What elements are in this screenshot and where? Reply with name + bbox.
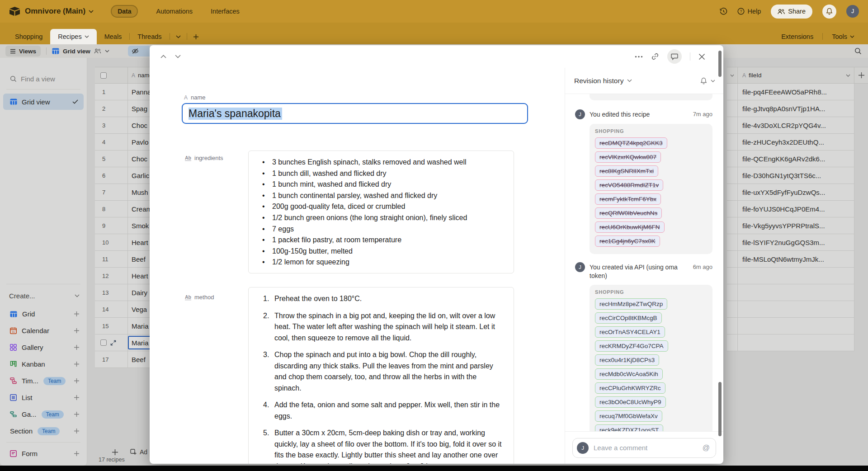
next-record-button[interactable]: [172, 51, 183, 62]
added-record-pill[interactable]: rec3bO0eC8UcWhyP9: [595, 396, 666, 408]
ingredient-item: 1 bunch mint, washed and flicked dry: [256, 179, 505, 190]
tab-meals[interactable]: Meals: [97, 29, 130, 44]
table-tab-bar: Shopping Recipes Meals Threads Extension…: [0, 23, 868, 44]
removed-record-pill[interactable]: recmFyktkTcmF6Ybx: [595, 193, 661, 205]
nav-data[interactable]: Data: [111, 5, 138, 18]
ingredient-item: 1 packet filo pastry, at room temperatur…: [256, 235, 505, 246]
mention-icon[interactable]: @: [703, 444, 710, 452]
ingredient-item: 1/2 bunch green onions (the long straigh…: [256, 212, 505, 224]
ingredient-item: 100g-150g butter, melted: [256, 246, 505, 257]
chevron-up-icon: [160, 55, 166, 58]
removed-record-pill[interactable]: recQRfW0IbVeuchNs: [595, 207, 662, 219]
close-icon[interactable]: [698, 53, 705, 60]
revision-history-dropdown[interactable]: Revision history: [574, 77, 632, 85]
added-record-pill[interactable]: recKRMDyZF4Go7CPA: [595, 340, 668, 352]
chevron-down-icon: [850, 35, 854, 38]
revision-entry-time: 7m ago: [693, 109, 712, 118]
avatar: J: [575, 262, 585, 272]
more-options-icon[interactable]: [635, 56, 643, 58]
history-icon[interactable]: [720, 8, 727, 15]
bell-icon[interactable]: [700, 77, 707, 85]
svg-text:?: ?: [740, 9, 742, 14]
tools-button[interactable]: Tools: [829, 29, 857, 44]
long-text-field-icon: Ab: [185, 295, 191, 300]
revision-entry: J You created via API (using oma token) …: [575, 262, 712, 280]
revision-entry-text: You edited this recipe: [590, 109, 689, 119]
revision-history-panel: Revision history J You edited this recip…: [565, 68, 723, 464]
revision-entry-time: 6m ago: [693, 262, 712, 270]
scrollbar-thumb[interactable]: [718, 51, 722, 77]
method-step: Chop the spinach and put into a big bowl…: [256, 349, 505, 394]
ingredient-item: 1 bunch continental parsley, washed and …: [256, 190, 505, 202]
previous-record-button[interactable]: [158, 51, 169, 62]
method-step: Add the feta, onion and some salt and pe…: [256, 400, 505, 422]
table-list-chevron[interactable]: [170, 29, 187, 44]
copy-link-icon[interactable]: [651, 52, 659, 61]
nav-automations[interactable]: Automations: [156, 8, 193, 15]
notifications-button[interactable]: [822, 5, 836, 19]
method-field-value[interactable]: Preheat the oven to 180°C.Throw the spin…: [248, 287, 514, 464]
tab-shopping[interactable]: Shopping: [7, 29, 50, 44]
removed-record-pill[interactable]: recVlKzxrKQwkw807: [595, 151, 661, 163]
chevron-down-icon: [627, 79, 632, 82]
top-bar: Omnivore (Main) Data Automations Interfa…: [0, 0, 868, 23]
nav-interfaces[interactable]: Interfaces: [211, 8, 240, 15]
comment-box[interactable]: J @: [572, 438, 716, 458]
tab-threads[interactable]: Threads: [130, 29, 169, 44]
help-button[interactable]: ? Help: [737, 8, 761, 15]
comment-input[interactable]: [594, 444, 698, 452]
added-record-pill[interactable]: recMdb0cWcAoa5Kih: [595, 368, 663, 380]
revision-entry-text: You created via API (using oma token): [590, 262, 689, 280]
avatar: J: [575, 109, 585, 119]
removed-record-pill[interactable]: rec8IKgSNRlIXmTxi: [595, 165, 658, 177]
people-icon: [778, 9, 785, 14]
ingredients-field-label: Ab ingredients: [185, 155, 223, 161]
revision-entry: J You edited this recipe 7m ago: [575, 109, 712, 119]
removed-record-pill[interactable]: rec1Gg4jn6yC7sx0K: [595, 236, 660, 247]
extensions-button[interactable]: Extensions: [778, 29, 816, 44]
window-bottom-edge: [0, 466, 868, 471]
bell-icon: [826, 8, 833, 15]
field-section-label: SHOPPING: [595, 128, 707, 134]
removed-record-pill[interactable]: recDMQTZ4kpq2GKK3: [595, 137, 667, 149]
avatar: J: [577, 442, 589, 454]
tab-recipes[interactable]: Recipes: [50, 29, 96, 44]
record-detail-area: A name Maria's spanakopita Ab ingredient…: [150, 68, 565, 464]
revision-change-card: SHOPPING recDMQTZ4kpq2GKK3recVlKzxrKQwkw…: [590, 124, 712, 254]
scrollbar-thumb[interactable]: [718, 382, 722, 436]
added-record-pill[interactable]: recx0u4r1KjD8CPs3: [595, 354, 659, 366]
selected-text: Maria's spanakopita: [189, 108, 282, 120]
method-step: Butter a 30cm x 20cm, 5cm-deep baking di…: [256, 428, 505, 464]
chevron-down-icon[interactable]: [711, 80, 715, 82]
add-table-button[interactable]: [187, 29, 205, 44]
added-record-pill[interactable]: recCirCOp8tKBMcgB: [595, 312, 662, 324]
added-record-pill[interactable]: reck9eKZDXZ1oosST: [595, 424, 663, 431]
name-field-input[interactable]: Maria's spanakopita: [182, 103, 528, 124]
comments-toggle-button[interactable]: [667, 49, 682, 64]
comment-footer: J @: [565, 431, 723, 464]
user-avatar[interactable]: J: [846, 5, 859, 18]
long-text-field-icon: Ab: [185, 155, 191, 161]
added-record-pill[interactable]: recCPluGrhKWRYZRc: [595, 382, 665, 394]
field-section-label: SHOPPING: [595, 289, 707, 295]
removed-record-pill[interactable]: recVO5488RmdIZT1v: [595, 179, 663, 191]
added-record-pill[interactable]: recHmMz8peZTwQRzp: [595, 298, 667, 310]
revision-card-partial: [590, 94, 712, 100]
removed-record-pill[interactable]: recU6OrKbuwKjM6FN: [595, 221, 665, 233]
chevron-down-icon: [85, 35, 89, 38]
ingredient-item: 3 bunches English spinach, stalks remove…: [256, 157, 505, 168]
ingredients-field-value[interactable]: 3 bunches English spinach, stalks remove…: [248, 151, 514, 273]
ingredient-item: 1/2 lemon for squeezing: [256, 257, 505, 268]
text-field-icon: A: [184, 94, 188, 101]
app-logo: [9, 7, 20, 16]
name-field-label: A name: [184, 94, 206, 101]
method-step: Preheat the oven to 180°C.: [256, 293, 505, 305]
chevron-down-icon[interactable]: [89, 10, 94, 13]
chevron-down-icon: [176, 35, 181, 38]
method-field-label: Ab method: [185, 294, 214, 301]
workspace-title[interactable]: Omnivore (Main): [25, 7, 85, 16]
share-button[interactable]: Share: [771, 5, 812, 19]
added-record-pill[interactable]: recOrTnASY4CELAY1: [595, 326, 665, 338]
revision-scroll-area[interactable]: J You edited this recipe 7m ago SHOPPING…: [565, 94, 723, 431]
added-record-pill[interactable]: recuq7Mf0GbWefaXv: [595, 410, 662, 422]
